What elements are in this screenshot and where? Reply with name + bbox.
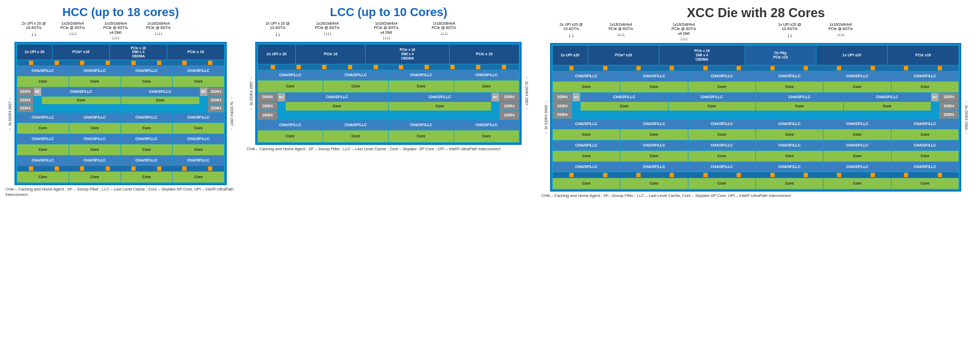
cha-cell: CHA/SF/LLC — [454, 120, 519, 130]
mc-cell: MC — [931, 93, 939, 101]
conn-orange — [322, 65, 326, 69]
core-cell: Core — [620, 151, 687, 162]
lcc-right-label: ← 3x DDR4 2667 → — [522, 42, 531, 145]
hcc-bus-upi: 2x UPI x 20 — [17, 45, 52, 60]
core-cell: Core — [389, 130, 454, 142]
cha-cell: CHA/SF/LLC — [620, 162, 687, 172]
cha-cell: CHA/SF/LLC — [688, 141, 755, 150]
core-cell: Core — [323, 80, 388, 92]
conn-orange — [938, 66, 942, 70]
core-cell: Core — [121, 172, 173, 182]
core-cell: Core — [892, 129, 959, 140]
ddr4-cell: DDR4 — [553, 111, 572, 119]
xcc-ann-6: 1x16/2x8/4x4PCIe @ 8GT/s ↓↓↓↓ — [814, 23, 867, 42]
ddr4-cell: DDR4 — [939, 111, 959, 119]
cha-cell: CHA/SF/LLC — [69, 156, 121, 165]
cha-cell: CHA/SF/LLC — [892, 141, 959, 150]
cha-cell: CHA/SF/LLC — [688, 71, 755, 81]
hcc-ann-4: 1x16/2x8/4x4PCIe @ 8GT/s ↓↓↓↓ — [138, 21, 179, 41]
conn-orange — [157, 61, 161, 65]
xcc-section: XCC Die with 28 Cores 2x UPI x20 @10.4GT… — [541, 5, 970, 199]
core-cell: Core — [688, 129, 755, 140]
core-cell: Core — [553, 82, 620, 92]
conn-orange — [182, 166, 187, 171]
cha-cell: CHA/SF/LLC — [553, 162, 620, 172]
conn-orange — [737, 173, 741, 177]
xcc-bus-onpkg: On PkgPCIe x16 — [745, 46, 816, 65]
hcc-conn-row2 — [17, 166, 224, 171]
core-cell: Core — [581, 102, 668, 111]
xcc-mc-row3: DDR4 DDR4 — [553, 111, 959, 119]
core-cell: Core — [173, 76, 224, 87]
core-cell: Core — [121, 144, 173, 155]
conn-orange — [106, 166, 110, 171]
mc-cell: MC — [492, 93, 499, 101]
conn-orange — [29, 61, 33, 65]
hcc-conn-row1 — [17, 60, 224, 65]
core-cell: Core — [69, 76, 121, 87]
core-cell: Core — [823, 82, 890, 92]
conn-orange — [670, 66, 674, 70]
mc-cell: MC — [34, 87, 41, 96]
cha-cell: CHA/SF/LLC — [173, 156, 224, 165]
cha-cell: CHA/SF/LLC — [553, 71, 620, 81]
cha-cell: CHA/SF/LLC — [756, 141, 823, 150]
cha-cell: CHA/SF/LLC — [258, 120, 323, 130]
lcc-bus-pcie3: PCIe x 16 — [450, 45, 519, 64]
cha-cell: CHA/SF/LLC — [323, 120, 388, 130]
core-cell: Core — [121, 97, 200, 104]
mc-cell: MC — [200, 87, 207, 96]
cha-cell: CHA/SF/LLC — [553, 119, 620, 129]
xcc-cha-row1: CHA/SF/LLC CHA/SF/LLC CHA/SF/LLC CHA/SF/… — [553, 71, 959, 81]
conn-orange — [131, 166, 136, 171]
conn-orange — [904, 173, 908, 177]
hcc-core-row3: Core Core Core Core — [17, 144, 224, 155]
core-cell: Core — [823, 151, 890, 162]
page-container: HCC (up to 18 cores) 2x UPI x 20 @10.4GT… — [0, 0, 980, 201]
lcc-core-row2: Core Core Core Core — [258, 130, 519, 142]
lcc-section: LCC (up to 10 Cores) 2x UPI x 20 @10.4GT… — [247, 5, 531, 199]
core-cell: Core — [69, 172, 121, 182]
xcc-cha-row3: CHA/SF/LLC CHA/SF/LLC CHA/SF/LLC CHA/SF/… — [553, 141, 959, 150]
xcc-ann-5: 1x UPI x20 @10.4GT/s ↓↓ — [766, 23, 814, 42]
xcc-core-row2: Core Core Core Core Core Core — [553, 129, 959, 140]
ddr4-cell: DDR4 — [17, 87, 33, 96]
core-cell: Core — [69, 123, 121, 134]
core-cell: Core — [121, 123, 173, 134]
hcc-title: HCC (up to 18 cores) — [62, 5, 179, 19]
cha-cell: CHA/SF/LLC — [121, 134, 173, 144]
xcc-bus-pcie2: PCIe x 16DMI x 4CBDMA — [659, 46, 745, 65]
cha-cell: CHA/SF/LLC — [69, 113, 121, 122]
hcc-cha-row1: CHA/SF/LLC CHA/SF/LLC CHA/SF/LLC CHA/SF/… — [17, 66, 224, 76]
core-cell: Core — [620, 178, 687, 189]
hcc-ann-2: 1x16/2x8/4x4PCIe @ 8GT/s ↓↓↓↓ — [53, 21, 93, 41]
cha-cell: CHA/SF/LLC — [892, 71, 959, 81]
conn-orange — [296, 65, 301, 69]
lcc-mc-row3: DDR4 DDR4 — [258, 111, 519, 120]
hcc-bus-row: 2x UPI x 20 PCIe* x16 PCIe x 16DMI x 4CB… — [17, 45, 224, 60]
cha-cell: CHA/SF/LLC — [173, 66, 224, 76]
xcc-title: XCC Die with 28 Cores — [687, 5, 825, 20]
conn-orange — [157, 166, 161, 171]
cha-cell: CHA/SF/LLC — [258, 70, 323, 80]
core-cell: Core — [121, 76, 173, 87]
ddr4-cell: DDR4 — [17, 97, 33, 104]
conn-orange — [703, 66, 708, 70]
conn-orange — [208, 166, 212, 171]
conn-orange — [737, 66, 741, 70]
conn-orange — [636, 66, 641, 70]
conn-orange — [425, 65, 429, 69]
cha-cell: CHA/SF/LLC — [173, 113, 224, 122]
hcc-cha-row3: CHA/SF/LLC CHA/SF/LLC CHA/SF/LLC CHA/SF/… — [17, 134, 224, 144]
core-cell: Core — [688, 178, 755, 189]
cha-cell: CHA/SF/LLC — [892, 119, 959, 129]
hcc-bus-pcie3: PCIe x 16 — [167, 45, 224, 60]
xcc-conn-row2 — [553, 172, 959, 178]
hcc-core-row1: Core Core Core Core — [17, 76, 224, 87]
cha-cell: CHA/SF/LLC — [581, 93, 668, 101]
cha-cell: CHA/SF/LLC — [823, 119, 890, 129]
xcc-left-label: ← 3x DDR4 2666 → — [541, 43, 550, 192]
core-cell: Core — [892, 82, 959, 92]
cha-cell: CHA/SF/LLC — [69, 134, 121, 144]
lcc-cha-row1: CHA/SF/LLC CHA/SF/LLC CHA/SF/LLC CHA/SF/… — [258, 70, 519, 80]
